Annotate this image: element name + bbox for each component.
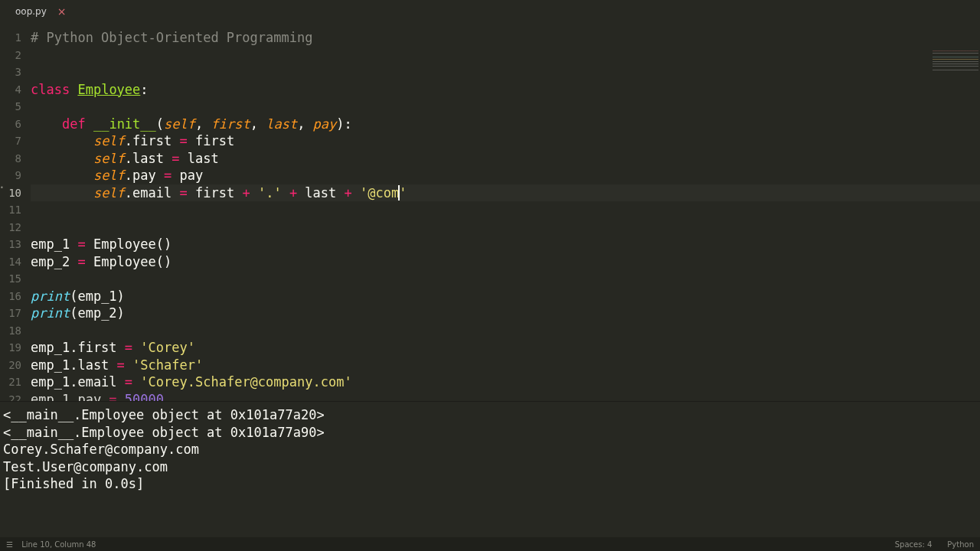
close-icon[interactable]: ×	[54, 5, 70, 18]
output-panel: <__main__.Employee object at 0x101a77a20…	[0, 401, 980, 497]
gutter: 12345678910111213141516171819202122	[0, 23, 31, 401]
minimap[interactable]	[933, 51, 978, 127]
status-left: ☰ Line 10, Column 48	[6, 540, 96, 549]
menu-icon[interactable]: ☰	[6, 540, 13, 549]
file-tab[interactable]: oop.py ×	[8, 2, 77, 21]
status-right: Spaces: 4 Python	[895, 540, 974, 549]
tab-bar: oop.py ×	[0, 0, 980, 23]
editor[interactable]: 12345678910111213141516171819202122 # Py…	[0, 23, 980, 401]
tab-filename: oop.py	[15, 6, 47, 17]
language-mode[interactable]: Python	[947, 540, 974, 549]
indent-setting[interactable]: Spaces: 4	[895, 540, 933, 549]
cursor-position[interactable]: Line 10, Column 48	[21, 540, 96, 549]
code-area[interactable]: # Python Object-Oriented Programmingclas…	[31, 23, 980, 401]
status-bar: ☰ Line 10, Column 48 Spaces: 4 Python	[0, 537, 980, 551]
